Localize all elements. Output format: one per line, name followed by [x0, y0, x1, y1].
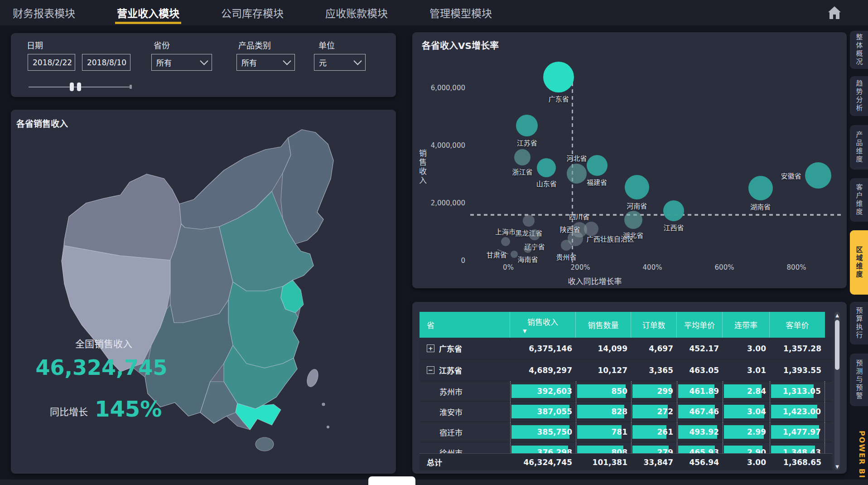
map-region-hainan[interactable]	[256, 437, 274, 451]
table-row-宿迁市[interactable]: 宿迁市385,750781261493.922.991,477.97	[420, 422, 832, 442]
cell-value: 272	[657, 407, 674, 416]
sidebar-item-3[interactable]: 产品维度	[850, 125, 868, 170]
table-row-苏州市[interactable]: 苏州市392,603850299461.892.841,313.05	[420, 381, 832, 402]
column-header[interactable]: 省	[420, 312, 510, 338]
value-cell: 272	[631, 402, 677, 422]
scatter-bubble-湖北省[interactable]	[624, 211, 642, 229]
table-row-徐州市[interactable]: 徐州市376,298808279465.932.901,348.43	[420, 442, 832, 453]
scatter-bubble-黑龙江省[interactable]	[523, 215, 535, 227]
scatter-bubble-甘肃省[interactable]	[511, 251, 518, 258]
scatter-bubble-江西省[interactable]	[663, 200, 684, 221]
scroll-down-icon[interactable]: ▼	[834, 464, 840, 469]
scatter-bubble-海南省[interactable]	[524, 245, 532, 253]
value-cell: 4,697	[631, 338, 677, 359]
value-cell: 781	[576, 422, 631, 442]
y-tick: 6,000,000	[420, 84, 465, 92]
scrollbar-thumb[interactable]	[835, 320, 839, 370]
scatter-bubble-湖南省[interactable]	[748, 176, 773, 200]
total-value: 101,381	[593, 458, 627, 467]
province-dropdown[interactable]: 所有	[151, 54, 212, 71]
value-cell: 261	[631, 422, 677, 442]
scatter-bubble-山东省[interactable]	[537, 158, 556, 177]
slider-track-endcap	[130, 85, 132, 89]
y-tick: 2,000,000	[420, 199, 465, 207]
row-name: 徐州市	[439, 447, 463, 454]
column-header-label[interactable]: 订单数	[642, 319, 665, 330]
date-end-input[interactable]: 2018/8/10	[82, 54, 130, 71]
table-row-淮安市[interactable]: 淮安市387,055828272467.463.041,423.00	[420, 402, 832, 422]
sidebar-item-5[interactable]: 区域维度	[850, 230, 868, 295]
sort-desc-icon[interactable]: ▼	[523, 328, 526, 334]
unit-dropdown-value: 元	[319, 57, 327, 68]
sidebar-item-4[interactable]: 客户维度	[850, 178, 868, 222]
bubble-label: 贵州省	[556, 252, 576, 261]
scatter-bubble-福建省[interactable]	[587, 155, 608, 176]
row-name: 江苏省	[439, 364, 462, 376]
value-cell: 385,750	[510, 422, 576, 442]
nav-tab-2[interactable]: 营业收入模块	[115, 0, 181, 25]
scatter-bubble-广东省[interactable]	[543, 62, 574, 92]
column-header[interactable]: 销售收入▼	[510, 312, 576, 338]
map-region-taiwan[interactable]	[305, 368, 320, 388]
sidebar-item-6[interactable]: 预算执行	[850, 302, 868, 344]
nav-tab-4[interactable]: 应收账款模块	[323, 0, 390, 25]
national-revenue-label: 全国销售收入	[56, 336, 151, 350]
bubble-label: 广西壮族自治区	[587, 234, 634, 243]
cell-value: 4,689,297	[529, 366, 572, 375]
scatter-bubble-安徽省[interactable]	[805, 162, 831, 189]
home-icon[interactable]	[827, 5, 842, 20]
sidebar-item-7[interactable]: 预测与预警	[850, 354, 868, 406]
scroll-up-icon[interactable]: ▲	[834, 313, 840, 318]
unit-dropdown[interactable]: 元	[314, 54, 366, 71]
column-header[interactable]: 平均单价	[677, 312, 723, 338]
column-header[interactable]: 订单数	[631, 312, 677, 338]
scatter-bubble-河南省[interactable]	[625, 175, 649, 199]
scatter-bubble-上海市[interactable]	[501, 237, 510, 246]
column-header[interactable]: 销售数量	[576, 312, 631, 338]
province-dropdown-value: 所有	[156, 57, 172, 68]
map-island-dot	[327, 426, 329, 428]
scatter-panel: 各省收入VS增长率 销售收入 收入同比增长率 02,000,0004,000,0…	[412, 32, 847, 288]
sidebar-item-1[interactable]: 整体概况	[850, 31, 868, 69]
column-header-label[interactable]: 省	[427, 319, 434, 330]
scatter-bubble-辽宁省[interactable]	[529, 229, 540, 240]
total-label: 总计	[427, 456, 442, 468]
collapse-icon[interactable]: −	[427, 366, 434, 374]
category-dropdown[interactable]: 所有	[236, 54, 295, 71]
column-header-label[interactable]: 客单价	[786, 319, 809, 330]
table-scrollbar[interactable]: ▲ ▼	[834, 312, 840, 470]
column-header-label[interactable]: 平均单价	[684, 319, 715, 330]
value-cell: 392,603	[510, 381, 576, 401]
date-range-slider[interactable]	[29, 87, 130, 87]
sidebar-item-2[interactable]: 趋势分析	[850, 76, 868, 116]
column-header-label[interactable]: 销售数量	[588, 319, 619, 330]
unit-filter-label: 单位	[318, 39, 335, 51]
expand-icon[interactable]: +	[427, 344, 434, 352]
chevron-down-icon	[283, 57, 291, 65]
column-header[interactable]: 连带率	[723, 312, 770, 338]
value-cell: 467.46	[677, 402, 723, 422]
column-header-label[interactable]: 连带率	[734, 319, 757, 330]
scatter-bubble-贵州省[interactable]	[561, 240, 572, 251]
table-row-江苏省[interactable]: −江苏省4,689,29710,1273,365463.053.011,393.…	[420, 359, 832, 381]
nav-tab-5[interactable]: 管理模型模块	[428, 0, 494, 25]
table-row-广东省[interactable]: +广东省6,375,14614,0994,697452.173.001,357.…	[420, 338, 832, 359]
map-region-northwest[interactable]	[64, 174, 181, 260]
cell-value: 461.89	[689, 387, 719, 396]
province-filter-label: 省份	[154, 39, 170, 51]
date-start-input[interactable]: 2018/2/22	[28, 54, 75, 71]
scatter-bubble-河北省[interactable]	[567, 164, 587, 184]
slider-handle-start[interactable]	[70, 82, 74, 91]
china-map[interactable]	[11, 110, 396, 474]
nav-tab-1[interactable]: 财务报表模块	[11, 0, 77, 25]
scatter-bubble-江苏省[interactable]	[516, 115, 538, 136]
column-header[interactable]: 客单价	[770, 312, 825, 338]
column-header-label[interactable]: 销售收入	[527, 316, 558, 327]
nav-tab-3[interactable]: 公司库存模块	[219, 0, 285, 25]
slider-handle-end[interactable]	[77, 82, 81, 91]
cell-value: 850	[612, 387, 628, 396]
active-page-tab[interactable]	[368, 476, 415, 485]
value-cell: 452.17	[677, 338, 723, 359]
scatter-bubble-浙江省[interactable]	[514, 149, 530, 165]
page-bar	[0, 480, 868, 485]
